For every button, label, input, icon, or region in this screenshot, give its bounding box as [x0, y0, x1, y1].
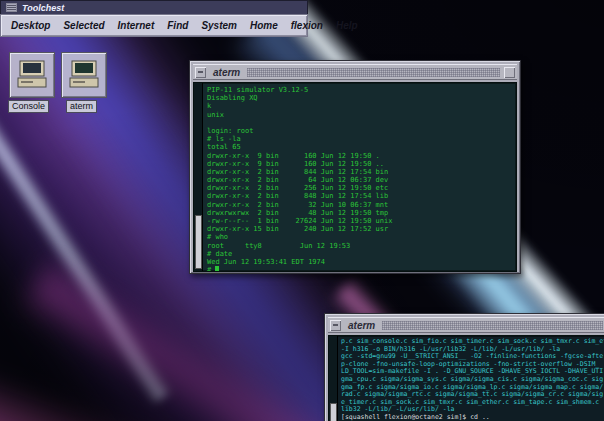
scrollbar[interactable] — [329, 336, 338, 421]
terminal-line — [207, 119, 512, 127]
menu-item[interactable]: flexion — [291, 20, 323, 31]
terminal-output: PIP-11 simulator V3.12-5Disabling XQkuni… — [203, 83, 516, 271]
terminal-line: drwxr-xr-x 2 bin 848 Jun 12 17:54 lib — [207, 192, 512, 200]
toolchest-window: Toolchest DesktopSelectedInternetFindSys… — [0, 0, 308, 37]
terminal-line: root tty8 Jun 12 19:53 — [207, 242, 512, 250]
terminal-line: # ls -la — [207, 135, 512, 143]
desktop[interactable]: { "toolchest": { "title": "Toolchest", "… — [0, 0, 604, 421]
terminal-line: PIP-11 simulator V3.12-5 — [207, 86, 512, 94]
terminal-line: drwxr-xr-x 9 bin 160 Jun 12 19:50 . — [207, 152, 512, 160]
window-title: aterm — [210, 67, 243, 78]
toolchest-title: Toolchest — [22, 3, 64, 13]
titlebar-stipple — [382, 321, 603, 330]
terminal-line: drwxr-xr-x 2 bin 64 Jun 12 06:37 dev — [207, 176, 512, 184]
desktop-icon-console[interactable] — [9, 52, 55, 98]
window-maximize-button[interactable] — [504, 67, 515, 78]
window-titlebar[interactable]: aterm — [328, 317, 604, 333]
window-menu-button[interactable] — [195, 67, 206, 78]
terminal-line: drwxr-xr-x 9 bin 160 Jun 12 19:50 .. — [207, 160, 512, 168]
terminal-line: drwxr-xr-x 2 bin 256 Jun 12 19:50 etc — [207, 184, 512, 192]
terminal-line: Wed Jun 12 19:53:41 EDT 1974 — [207, 258, 512, 266]
scrollbar[interactable] — [194, 83, 203, 271]
scrollbar-thumb[interactable] — [330, 403, 337, 421]
terminal-screen[interactable]: PIP-11 simulator V3.12-5Disabling XQkuni… — [193, 82, 517, 272]
window-menu-button[interactable] — [330, 320, 341, 331]
toolchest-menubar: DesktopSelectedInternetFindSystemHomefle… — [0, 14, 308, 37]
terminal-line: login: root — [207, 127, 512, 135]
grip-icon — [6, 3, 17, 12]
aterm-window: aterm PIP-11 simulator V3.12-5Disabling … — [189, 60, 521, 274]
aterm-window-2: aterm p.c sim_console.c sim_fio.c sim_ti… — [324, 313, 604, 421]
titlebar-stipple — [247, 68, 500, 77]
icon-label-console[interactable]: Console — [8, 100, 49, 113]
terminal-line: drwxr-xr-x 2 bin 32 Jun 10 06:37 mnt — [207, 201, 512, 209]
terminal-line: total 65 — [207, 143, 512, 151]
terminal-screen[interactable]: p.c sim_console.c sim_fio.c sim_timer.c … — [328, 335, 604, 421]
menu-item[interactable]: System — [201, 20, 237, 31]
menu-item[interactable]: Selected — [63, 20, 104, 31]
scrollbar-thumb[interactable] — [195, 215, 202, 269]
terminal-line: k — [207, 102, 512, 110]
menu-item[interactable]: Find — [167, 20, 188, 31]
terminal-line: # who — [207, 233, 512, 241]
terminal-line: drwxr-xr-x 2 bin 844 Jun 12 17:54 bin — [207, 168, 512, 176]
icon-label-aterm[interactable]: aterm — [66, 100, 97, 113]
menu-item[interactable]: Internet — [118, 20, 155, 31]
terminal-line: unix — [207, 111, 512, 119]
window-title: aterm — [345, 320, 378, 331]
window-titlebar[interactable]: aterm — [193, 64, 517, 80]
menu-item[interactable]: Home — [250, 20, 278, 31]
desktop-icon-aterm[interactable] — [61, 52, 107, 98]
terminal-line: -rw-r--r-- 1 bin 27624 Jun 12 19:50 unix — [207, 217, 512, 225]
prompt-line: # — [207, 266, 512, 271]
cursor — [215, 266, 219, 271]
computer-icon — [16, 60, 48, 90]
computer-icon — [68, 60, 100, 90]
terminal-line: # date — [207, 250, 512, 258]
terminal-line: drwxrwxrwx 2 bin 48 Jun 12 19:50 tmp — [207, 209, 512, 217]
menu-item[interactable]: Desktop — [11, 20, 50, 31]
terminal-line: Disabling XQ — [207, 94, 512, 102]
menu-item[interactable]: Help — [336, 20, 358, 31]
terminal-prompt-line: [squashell flexion@octane2 sim]$ cd .. — [341, 414, 604, 421]
terminal-output: p.c sim_console.c sim_fio.c sim_timer.c … — [338, 336, 604, 421]
toolchest-titlebar[interactable]: Toolchest — [0, 0, 308, 14]
terminal-line: drwxr-xr-x 15 bin 240 Jun 12 17:52 usr — [207, 225, 512, 233]
